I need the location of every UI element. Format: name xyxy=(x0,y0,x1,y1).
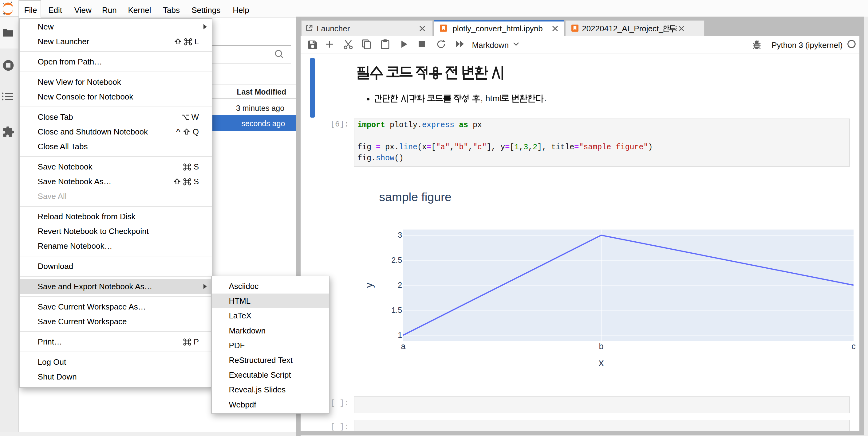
svg-text:,: , xyxy=(480,94,483,103)
svg-text:x: x xyxy=(599,357,604,368)
svg-text:b: b xyxy=(599,342,603,351)
svg-text:sample figure: sample figure xyxy=(379,190,452,204)
svg-text:2.5: 2.5 xyxy=(391,256,402,264)
svg-text:1: 1 xyxy=(398,331,402,339)
svg-text:3: 3 xyxy=(398,231,402,239)
svg-text:a: a xyxy=(401,342,406,351)
svg-text:c: c xyxy=(851,342,856,351)
svg-text:1.5: 1.5 xyxy=(391,306,402,314)
svg-text:.: . xyxy=(544,94,547,103)
svg-text:y: y xyxy=(363,283,375,288)
svg-text:html: html xyxy=(485,94,502,103)
svg-text:2: 2 xyxy=(398,281,402,289)
